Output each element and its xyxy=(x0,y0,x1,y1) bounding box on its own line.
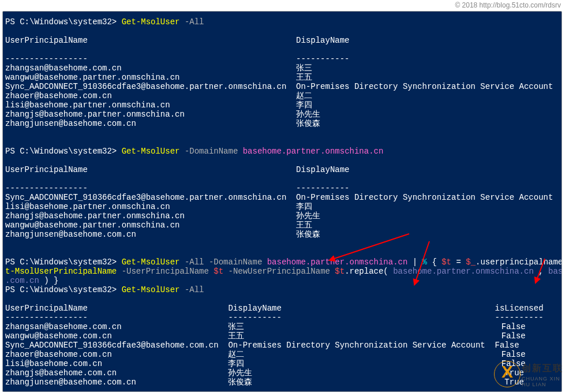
logo-x-icon: X xyxy=(501,362,513,382)
powershell-console[interactable]: PS C:\Windows\system32> Get-MsolUser -Al… xyxy=(2,11,562,392)
logo-en-text: CHUANG XIN HU LIAN xyxy=(522,376,566,387)
logo-cn-text: 创新互联 xyxy=(522,363,563,375)
terminal-output: PS C:\Windows\system32> Get-MsolUser -Al… xyxy=(5,17,561,387)
watermark-text: © 2018 http://blog.51cto.com/rdsrv xyxy=(455,1,561,9)
screenshot-root: © 2018 http://blog.51cto.com/rdsrv PS C:… xyxy=(0,0,569,392)
brand-logo: X 创新互联 CHUANG XIN HU LIAN xyxy=(495,361,566,387)
